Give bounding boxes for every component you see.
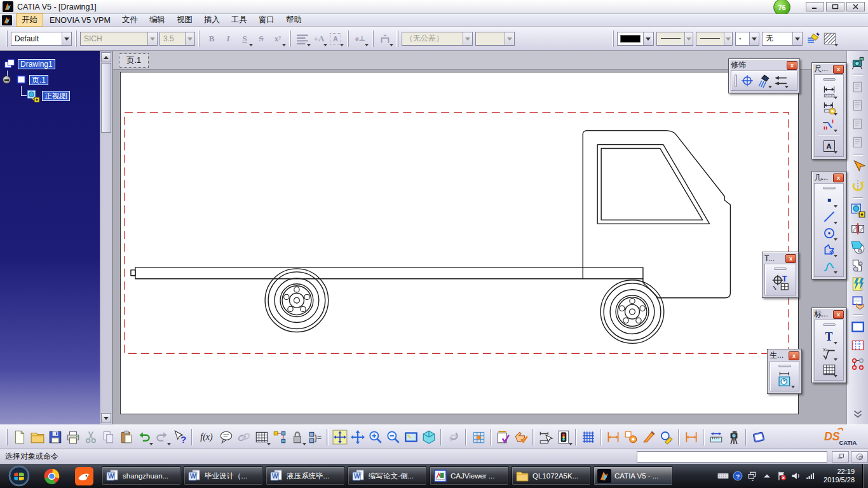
dimension-button[interactable] [821, 83, 837, 100]
redo-button-disabled[interactable] [153, 428, 171, 446]
rendering-style-combo[interactable]: 无 [762, 32, 803, 46]
toolbar-grip[interactable] [372, 30, 374, 47]
undo-button[interactable] [135, 428, 153, 446]
isometric-view-button[interactable] [420, 428, 438, 446]
lock-button[interactable] [288, 428, 306, 446]
text-toolbar[interactable]: T... x T [762, 252, 799, 298]
menu-insert[interactable]: 插入 [199, 14, 225, 26]
breakout-view-button[interactable] [850, 239, 866, 255]
formula-annotation-button[interactable]: x= [821, 345, 837, 362]
line-type-combo[interactable] [656, 32, 693, 46]
tow-hook[interactable] [131, 270, 135, 276]
arrow-button[interactable] [772, 72, 789, 89]
minimize-button[interactable] [806, 2, 824, 11]
clock[interactable]: 22:19 2019/5/28 [824, 468, 855, 485]
menu-tools[interactable]: 工具 [226, 14, 252, 26]
toolbar-grip[interactable] [75, 30, 77, 47]
formula-button[interactable]: f(x) [196, 428, 217, 446]
tree-collapse-node[interactable] [3, 76, 11, 84]
select-tool-button[interactable] [850, 159, 866, 175]
network-signal-icon[interactable] [805, 470, 817, 482]
dimension-edit-button[interactable] [537, 428, 555, 446]
tree-node-drawing[interactable]: Drawing1 [18, 59, 55, 69]
center-line-button[interactable] [739, 72, 756, 89]
italic-button[interactable]: I [220, 30, 236, 47]
link-button-disabled[interactable] [235, 428, 253, 446]
document-icon[interactable] [2, 15, 12, 25]
new-view-button-disabled[interactable] [850, 79, 866, 95]
taskbar-word-doc-1[interactable]: Wshangzhuan... [102, 466, 181, 485]
toolbar-grip[interactable] [397, 30, 398, 47]
menu-file[interactable]: 文件 [117, 14, 143, 26]
line-weight-combo[interactable] [696, 32, 733, 46]
bold-button[interactable]: B [203, 30, 220, 47]
taskbar-cajviewer[interactable]: CAJViewer ... [430, 466, 509, 485]
toolbar-grip[interactable] [778, 365, 791, 367]
taskbar-word-doc-3[interactable]: W液压系统毕... [266, 466, 345, 485]
color-combo[interactable] [617, 32, 654, 46]
point-style-combo[interactable]: · [735, 32, 759, 46]
pan-button[interactable] [349, 428, 367, 446]
copy-button-disabled[interactable] [100, 428, 118, 446]
command-input[interactable] [637, 451, 827, 463]
taskbar-word-doc-2[interactable]: W毕业设计（... [184, 466, 263, 485]
visualization-filter-button[interactable] [658, 428, 675, 446]
chevron-down-icon[interactable] [62, 32, 71, 45]
drawing-root-icon[interactable] [3, 58, 16, 71]
close-icon[interactable]: x [833, 65, 844, 74]
view-from-3d-button-disabled[interactable] [850, 97, 866, 114]
scroll-up-arrow[interactable] [101, 52, 111, 62]
action-center-icon[interactable] [776, 470, 787, 482]
generation-toolbar[interactable]: 生... x [767, 349, 802, 394]
sheet-tab[interactable]: 页.1 [119, 53, 149, 68]
toolbar-grip[interactable] [823, 78, 836, 81]
volume-icon[interactable] [790, 470, 802, 482]
toolbar-grip[interactable] [735, 74, 737, 87]
grid-snap-button[interactable] [470, 428, 487, 446]
print-button[interactable] [64, 428, 82, 446]
insert-text-button[interactable]: +A [311, 30, 327, 47]
update-views-button[interactable] [850, 276, 866, 292]
cut-button-disabled[interactable] [82, 428, 100, 446]
design-table-button[interactable] [253, 428, 271, 446]
text-align-button[interactable] [294, 30, 311, 47]
tree-scrollbar[interactable] [100, 51, 112, 424]
measure-item-button[interactable] [725, 428, 743, 446]
save-button[interactable] [46, 428, 64, 446]
section-view-button[interactable] [850, 220, 866, 237]
taskbar-folder[interactable]: QL1072A5K... [512, 466, 591, 485]
chevron-down-icon[interactable] [643, 32, 653, 45]
chevron-down-icon[interactable] [749, 32, 759, 45]
font-size-combo[interactable]: 3.5 [159, 32, 195, 46]
menu-edit[interactable]: 编辑 [144, 14, 170, 26]
new-detail-sheet-button[interactable] [850, 337, 866, 354]
cab-window-inner[interactable] [601, 149, 702, 220]
new-sheet-button[interactable] [850, 319, 866, 336]
rotate-view-button[interactable] [850, 177, 866, 194]
close-icon[interactable]: x [785, 254, 796, 263]
profile-button[interactable] [821, 241, 837, 258]
text-button[interactable]: T [821, 329, 837, 345]
front-view-node-icon[interactable] [26, 89, 40, 103]
copy-format-button[interactable] [805, 30, 822, 47]
close-icon[interactable]: x [787, 61, 797, 70]
toolbar-grip[interactable] [198, 30, 200, 47]
start-button[interactable] [8, 465, 30, 487]
status-dialog-button[interactable] [832, 451, 849, 463]
toolbar-grip[interactable] [612, 30, 614, 47]
open-button[interactable] [29, 428, 46, 446]
thunder-shark-icon[interactable] [75, 467, 93, 485]
datum-target-button[interactable]: A [821, 138, 837, 154]
chrome-icon[interactable] [43, 467, 61, 485]
working-views-grid-button[interactable] [580, 428, 597, 446]
circle-button[interactable] [821, 225, 837, 241]
toolbar-grip[interactable] [823, 187, 836, 189]
zoom-in-button[interactable] [367, 428, 384, 446]
tolerance-value-combo[interactable] [475, 32, 515, 46]
line-button[interactable] [821, 208, 837, 225]
help-tray-icon[interactable]: ? [732, 470, 743, 482]
dimension-position-button[interactable] [682, 428, 700, 446]
cab-outline[interactable] [583, 131, 730, 298]
auxiliary-view-button-disabled[interactable] [850, 134, 866, 151]
chassis-rail[interactable] [135, 268, 643, 279]
